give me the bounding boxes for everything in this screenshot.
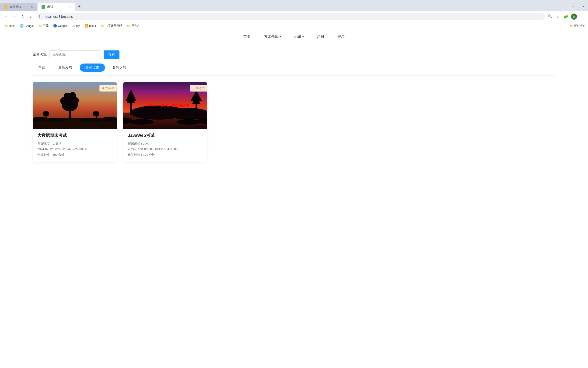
nav-home-label: 首页 [243, 34, 251, 39]
browser-tab-1[interactable]: 管理系统 ✕ [0, 3, 37, 11]
location-icon: ℹ [39, 15, 40, 18]
star-icon[interactable]: ☆ [555, 13, 561, 20]
bookmark-google1-label: Google [25, 24, 34, 28]
exam-card-2-meta: 所属课程：Java 2024-07-31 08:00~2024-07-04 08… [128, 141, 203, 157]
exam-card-2-body: JavaWeb考试 所属课程：Java 2024-07-31 08:00~202… [123, 129, 207, 162]
bookmark-baozang[interactable]: 📁 宝藏 [36, 23, 50, 28]
back-button[interactable]: ← [3, 13, 9, 20]
exam-card-1-course: 所属课程：大数据 [37, 141, 112, 147]
profile-icon[interactable]: W [571, 13, 577, 20]
avatar: W [571, 14, 577, 20]
exam-card-1-title: 大数据期末考试 [37, 133, 112, 138]
svg-point-13 [33, 117, 47, 121]
nav-register[interactable]: 注册 [316, 32, 325, 41]
bookmark-shared-label: 共享账号密码 [105, 24, 122, 28]
bookmark-shared-account[interactable]: 📁 共享账号密码 [99, 23, 124, 28]
browser-tab-2[interactable]: 考试 ✕ [38, 3, 75, 11]
exam-card-2-title: JavaWeb考试 [128, 133, 203, 138]
exam-card-2-badge: 正式考试 [190, 85, 207, 92]
filter-popular[interactable]: 最多点击 [80, 64, 105, 72]
address-input[interactable] [36, 13, 545, 20]
bookmark-tools[interactable]: 📁 tools [3, 23, 17, 28]
nav-login[interactable]: 登录 [337, 32, 346, 41]
exam-card-1-body: 大数据期末考试 所属课程：大数据 2024-07-12 08:00~2024-0… [33, 129, 117, 162]
minimize-button[interactable]: ─ [572, 5, 575, 8]
forward-button[interactable]: → [11, 13, 18, 20]
address-bar-row: ← → ↻ ⌂ ℹ 🔍 ☆ 🧩 W ⋮ [0, 11, 588, 22]
bookmark-imported[interactable]: 📁 已导入 [125, 23, 142, 28]
bookmark-imported-label: 已导入 [131, 24, 140, 28]
nav-record-label: 记录 [294, 34, 302, 39]
toolbar-icons: 🔍 ☆ 🧩 W ⋮ [547, 13, 585, 20]
exam-card-1[interactable]: 正式考试 大数据期末考试 所属课程：大数据 2024-07-12 08:00~2… [33, 82, 117, 162]
bookmark-tools-label: tools [9, 24, 15, 28]
svg-point-15 [79, 118, 103, 122]
exam-card-2[interactable]: code51.cn-源码乐园盗图必究 正式考试 JavaWeb考试 所属课程：J… [123, 82, 207, 162]
bookmark-google2-label: Google [58, 24, 67, 28]
exam-card-1-badge: 正式考试 [99, 85, 117, 92]
svg-point-14 [47, 118, 65, 122]
search-input[interactable] [49, 50, 101, 59]
folder4-icon: 📁 [127, 24, 130, 28]
reload-button[interactable]: ↻ [20, 13, 26, 20]
filter-row: 全部 最新发布 最多点击 参数人数 [0, 59, 588, 76]
exam-card-1-meta: 所属课程：大数据 2024-07-12 08:00~2024-07-27 08:… [37, 141, 112, 157]
exam-card-1-time: 2024-07-12 08:00~2024-07-27 08:00 [37, 147, 112, 152]
folder2-icon: 📁 [38, 24, 42, 28]
bookmark-txy-label: txy [76, 24, 80, 28]
search-row: 试卷名称 搜索 [0, 44, 588, 59]
globe-icon: 🌐 [20, 24, 24, 28]
close-window-button[interactable]: ✕ [582, 5, 585, 8]
svg-point-29 [130, 119, 153, 125]
search-button[interactable]: 搜索 [104, 50, 119, 59]
bookmarks-bar: 📁 tools 🌐 Google 📁 宝藏 🔵 Google ☁️ txy 🔼 … [0, 22, 588, 30]
nav-register-label: 注册 [317, 34, 324, 39]
all-bookmarks-label: 所有书签 [574, 24, 585, 28]
home-button[interactable]: ⌂ [28, 13, 35, 20]
exam-card-2-duration: 作答时长：120 分钟 [128, 152, 203, 157]
search-icon[interactable]: 🔍 [547, 13, 553, 20]
tab1-favicon [4, 5, 8, 9]
filter-participants[interactable]: 参数人数 [107, 64, 132, 72]
page-content: 首页 考试题库 ▾ 记录 ▾ 注册 登录 试卷名称 搜索 全部 最新发布 [0, 30, 588, 171]
filter-latest[interactable]: 最新发布 [53, 64, 78, 72]
bookmark-uplod-label: uplod [89, 24, 96, 28]
menu-icon[interactable]: ⋮ [579, 13, 585, 20]
extensions-icon[interactable]: 🧩 [563, 13, 569, 20]
exam-card-1-image: 正式考试 [33, 82, 117, 129]
site-nav: 首页 考试题库 ▾ 记录 ▾ 注册 登录 [0, 30, 588, 44]
chevron-down-icon2: ▾ [303, 35, 304, 38]
maximize-button[interactable]: □ [577, 5, 580, 8]
exam-cards-container: 正式考试 大数据期末考试 所属课程：大数据 2024-07-12 08:00~2… [0, 76, 588, 171]
exam-card-2-image: code51.cn-源码乐园盗图必究 正式考试 [123, 82, 207, 129]
svg-point-10 [43, 111, 49, 117]
exam-card-2-time: 2024-07-31 08:00~2024-07-04 08:00 [128, 147, 203, 152]
bookmarks-right[interactable]: 📁 所有书签 [570, 24, 585, 28]
search-label: 试卷名称 [33, 53, 47, 57]
nav-exam-bank[interactable]: 考试题库 ▾ [263, 32, 282, 41]
folder-icon: 📁 [5, 24, 9, 28]
upload-icon: 🔼 [84, 24, 88, 28]
bookmark-txy[interactable]: ☁️ txy [70, 23, 82, 28]
new-tab-button[interactable]: + [76, 3, 83, 10]
tab1-title: 管理系统 [9, 5, 21, 9]
cloud-icon: ☁️ [72, 24, 75, 28]
svg-point-7 [64, 93, 69, 100]
exam-card-2-watermark: code51.cn-源码乐园盗图必究 [141, 103, 189, 108]
filter-all[interactable]: 全部 [33, 64, 51, 72]
folder5-icon: 📁 [570, 24, 573, 28]
svg-point-8 [70, 92, 76, 100]
nav-record[interactable]: 记录 ▾ [293, 32, 305, 41]
bookmark-google2[interactable]: 🔵 Google [51, 23, 69, 28]
folder3-icon: 📁 [101, 24, 104, 28]
google-icon: 🔵 [53, 24, 57, 28]
svg-point-30 [177, 119, 200, 125]
bookmark-uplod[interactable]: 🔼 uplod [83, 23, 98, 28]
nav-home[interactable]: 首页 [242, 32, 251, 41]
nav-exam-bank-label: 考试题库 [264, 34, 279, 39]
tab2-title: 考试 [47, 5, 53, 9]
tab2-close[interactable]: ✕ [68, 5, 71, 9]
bookmark-google1[interactable]: 🌐 Google [18, 23, 36, 28]
tab1-close[interactable]: ✕ [30, 5, 34, 9]
nav-login-label: 登录 [337, 34, 345, 39]
